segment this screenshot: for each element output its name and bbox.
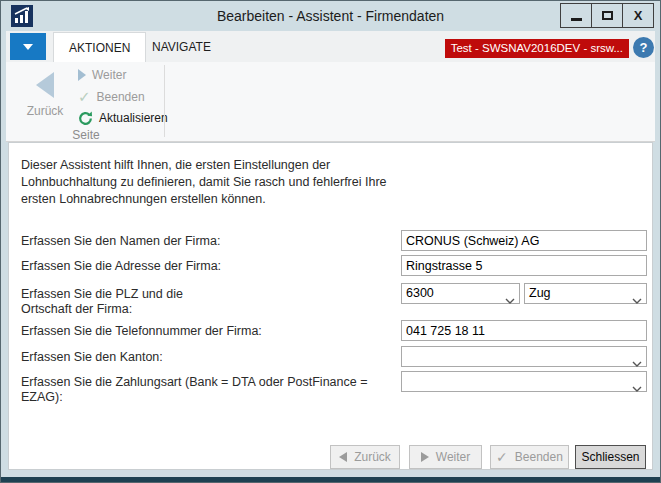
zahlungsart-dropdown[interactable] (401, 371, 647, 392)
intro-text: Dieser Assistent hilft Ihnen, die ersten… (21, 157, 387, 208)
ribbon: Zurück Weiter ✓ Beenden Aktualisieren Se… (6, 62, 655, 142)
tab-navigate[interactable]: NAVIGATE (137, 32, 226, 63)
ribbon-back-label: Zurück (27, 104, 64, 118)
ribbon-refresh-button[interactable]: Aktualisieren (78, 108, 168, 128)
question-mark-icon: ? (640, 40, 648, 55)
ribbon-group-label: Seite (6, 128, 166, 142)
kanton-label: Erfassen Sie den Kanton: (21, 350, 393, 365)
minimize-button[interactable] (560, 3, 592, 28)
company-name-label: Erfassen Sie den Namen der Firma: (21, 234, 393, 249)
title-bar[interactable]: Bearbeiten - Assistent - Firmendaten X (1, 1, 660, 31)
intro-line: Lohnbuchhaltung zu definieren, damit Sie… (21, 174, 387, 191)
forward-arrow-icon (421, 452, 429, 462)
refresh-icon (78, 111, 93, 126)
tab-aktionen[interactable]: AKTIONEN (53, 32, 146, 63)
window-controls: X (561, 3, 654, 28)
back-arrow-icon (36, 72, 54, 98)
company-name-input[interactable] (401, 230, 647, 251)
ribbon-finish-label: Beenden (97, 90, 145, 104)
footer-close-button[interactable]: Schliessen (575, 445, 646, 469)
footer-back-label: Zurück (354, 450, 391, 464)
forward-arrow-icon (78, 69, 86, 81)
intro-line: Dieser Assistent hilft Ihnen, die ersten… (21, 157, 387, 174)
zahlungsart-label: Erfassen Sie die Zahlungsart (Bank = DTA… (21, 375, 393, 405)
ort-dropdown[interactable]: Zug (524, 283, 647, 304)
ribbon-next-label: Weiter (92, 68, 126, 82)
maximize-button[interactable] (591, 3, 623, 28)
ribbon-next-button[interactable]: Weiter (78, 65, 126, 85)
ribbon-group-divider (164, 65, 165, 137)
footer-finish-label: Beenden (515, 450, 563, 464)
plz-ort-label: Erfassen Sie die PLZ und die Ortschaft d… (21, 287, 393, 317)
ribbon-finish-button[interactable]: ✓ Beenden (78, 87, 145, 107)
footer-close-label: Schliessen (581, 450, 639, 464)
ort-value: Zug (529, 286, 551, 300)
maximize-icon (602, 11, 613, 20)
back-arrow-icon (339, 452, 347, 462)
menu-dropdown-button[interactable] (10, 33, 46, 60)
ribbon-tab-row: AKTIONEN NAVIGATE Test - SWSNAV2016DEV -… (6, 31, 655, 62)
environment-badge: Test - SWSNAV2016DEV - srsw... (445, 39, 629, 58)
chevron-down-icon (23, 44, 33, 50)
check-icon: ✓ (496, 449, 508, 465)
kanton-dropdown[interactable] (401, 346, 647, 367)
company-address-input[interactable] (401, 255, 647, 276)
intro-line: ersten Lohnabrechnungen erstellen können… (21, 191, 387, 208)
plz-value: 6300 (406, 286, 434, 300)
company-address-label: Erfassen Sie die Adresse der Firma: (21, 259, 393, 274)
close-icon: X (634, 9, 643, 22)
plz-dropdown[interactable]: 6300 (401, 283, 520, 304)
help-button[interactable]: ? (633, 37, 654, 58)
ribbon-refresh-label: Aktualisieren (99, 111, 168, 125)
window-bottom-frame (1, 477, 660, 482)
ribbon-back-button[interactable]: Zurück (16, 65, 74, 133)
check-icon: ✓ (78, 88, 91, 106)
minimize-icon (571, 18, 582, 21)
dialog-window: Bearbeiten - Assistent - Firmendaten X A… (0, 0, 661, 483)
footer-finish-button[interactable]: ✓ Beenden (490, 445, 569, 469)
phone-input[interactable] (401, 320, 647, 341)
phone-label: Erfassen Sie die Telefonnummer der Firma… (21, 324, 393, 339)
chevron-down-icon (632, 379, 642, 398)
footer-next-button[interactable]: Weiter (409, 445, 482, 469)
wizard-content: Dieser Assistent hilft Ihnen, die ersten… (8, 142, 653, 470)
footer-next-label: Weiter (436, 450, 470, 464)
footer-back-button[interactable]: Zurück (330, 445, 400, 469)
close-button[interactable]: X (622, 3, 654, 28)
chevron-down-icon (505, 291, 515, 310)
chevron-down-icon (632, 291, 642, 310)
